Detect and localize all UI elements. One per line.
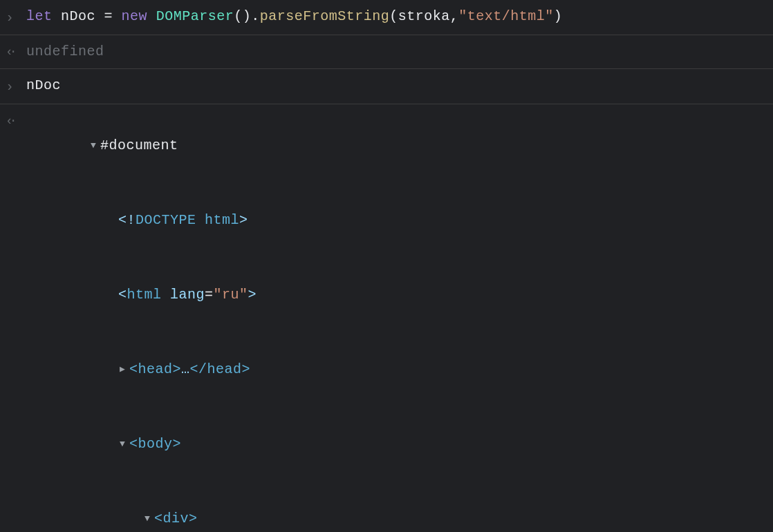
- output-prompt-icon: [6, 108, 26, 132]
- tree-head[interactable]: <head>…</head>: [26, 332, 766, 407]
- output-prompt-icon: [6, 39, 26, 63]
- console-input-row-2[interactable]: nDoc: [0, 69, 773, 104]
- console-output-row-1: undefined: [0, 35, 773, 69]
- tree-doctype[interactable]: <!DOCTYPE html>: [26, 183, 766, 258]
- expression-ndoc: nDoc: [26, 77, 61, 93]
- method-parsefromstring: parseFromString: [260, 8, 390, 24]
- arg-mimetype: "text/html": [458, 8, 554, 24]
- class-domparser: DOMParser: [156, 8, 234, 24]
- arg-stroka: stroka: [398, 8, 450, 24]
- collapse-arrow-icon[interactable]: [120, 361, 129, 377]
- tree-div-open[interactable]: <div>: [26, 482, 766, 532]
- undefined-value: undefined: [26, 44, 104, 59]
- expand-arrow-icon[interactable]: [91, 137, 100, 153]
- code-line-1: let nDoc = new DOMParser().parseFromStri…: [26, 4, 773, 29]
- tree-body-open[interactable]: <body>: [26, 407, 766, 482]
- keyword-new: new: [122, 8, 148, 24]
- tree-html-open[interactable]: <html lang="ru">: [26, 258, 766, 332]
- keyword-let: let: [26, 8, 53, 24]
- tree-document[interactable]: #document: [26, 108, 766, 183]
- console-input-row-1[interactable]: let nDoc = new DOMParser().parseFromStri…: [0, 0, 773, 35]
- dom-tree[interactable]: #document <!DOCTYPE html> <html lang="ru…: [26, 108, 773, 532]
- variable-ndoc: nDoc: [61, 8, 95, 24]
- expand-arrow-icon[interactable]: [145, 511, 154, 526]
- input-prompt-icon: [6, 73, 26, 99]
- expand-arrow-icon[interactable]: [120, 436, 129, 452]
- input-prompt-icon: [6, 4, 26, 30]
- console-output-row-2: #document <!DOCTYPE html> <html lang="ru…: [0, 104, 773, 532]
